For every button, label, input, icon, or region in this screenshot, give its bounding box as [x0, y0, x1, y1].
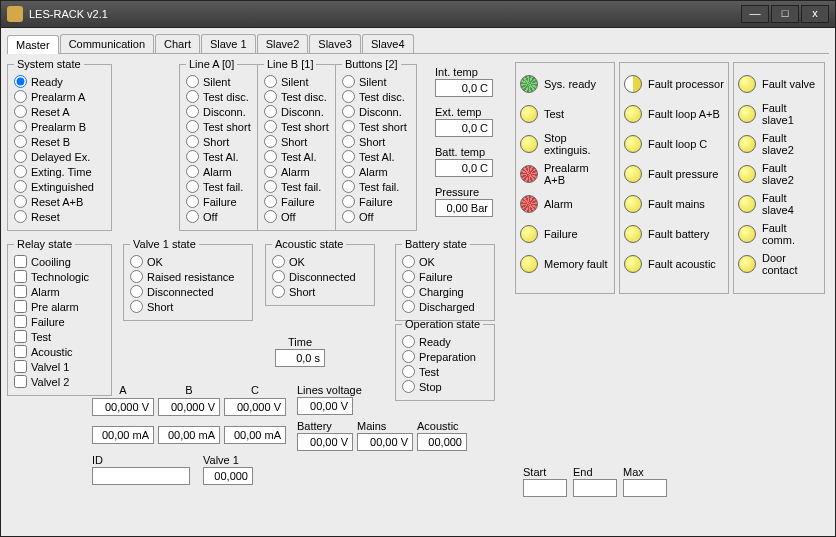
line-b-option[interactable]: Failure: [264, 194, 329, 209]
buttons-option[interactable]: Failure: [342, 194, 410, 209]
tab-slave3[interactable]: Slave3: [309, 34, 361, 53]
buttons-option[interactable]: Disconn.: [342, 104, 410, 119]
line-a-option[interactable]: Test disc.: [186, 89, 251, 104]
led-icon: [624, 105, 642, 123]
indicator-col-3: Fault valveFault slave1Fault slave2Fault…: [733, 62, 825, 294]
relay-option[interactable]: Pre alarm: [14, 299, 105, 314]
indicator: Fault processor: [624, 69, 724, 99]
line-b-option[interactable]: Test short: [264, 119, 329, 134]
line-b-option[interactable]: Short: [264, 134, 329, 149]
line-a-option[interactable]: Alarm: [186, 164, 251, 179]
line-b-option[interactable]: Test disc.: [264, 89, 329, 104]
indicator: Fault slave1: [738, 99, 820, 129]
valve1-val-value: 00,000: [203, 467, 253, 485]
line-a-option[interactable]: Off: [186, 209, 251, 224]
tab-master[interactable]: Master: [7, 35, 59, 54]
system-state-option[interactable]: Delayed Ex.: [14, 149, 105, 164]
system-state-option[interactable]: Prealarm A: [14, 89, 105, 104]
buttons-option[interactable]: Test short: [342, 119, 410, 134]
system-state-option[interactable]: Exting. Time: [14, 164, 105, 179]
system-state-option[interactable]: Reset A+B: [14, 194, 105, 209]
line-a-option[interactable]: Disconn.: [186, 104, 251, 119]
valve1-option[interactable]: Short: [130, 299, 246, 314]
relay-option[interactable]: Test: [14, 329, 105, 344]
battery-option[interactable]: Discharged: [402, 299, 488, 314]
tab-slave4[interactable]: Slave4: [362, 34, 414, 53]
system-state-option[interactable]: Reset: [14, 209, 105, 224]
ext-temp-value: 0,0 C: [435, 119, 493, 137]
int-temp-value: 0,0 C: [435, 79, 493, 97]
line-a-option[interactable]: Silent: [186, 74, 251, 89]
buttons-option[interactable]: Silent: [342, 74, 410, 89]
minimize-button[interactable]: —: [741, 5, 769, 23]
relay-option[interactable]: Valvel 1: [14, 359, 105, 374]
acoustic-option[interactable]: Disconnected: [272, 269, 368, 284]
buttons-group: Buttons [2] SilentTest disc.Disconn.Test…: [335, 58, 417, 231]
line-b-option[interactable]: Off: [264, 209, 329, 224]
system-state-option[interactable]: Reset A: [14, 104, 105, 119]
buttons-legend: Buttons [2]: [342, 58, 401, 70]
tab-chart[interactable]: Chart: [155, 34, 200, 53]
battery-option[interactable]: OK: [402, 254, 488, 269]
line-b-option[interactable]: Disconn.: [264, 104, 329, 119]
system-state-legend: System state: [14, 58, 84, 70]
line-a-option[interactable]: Test short: [186, 119, 251, 134]
relay-option[interactable]: Acoustic: [14, 344, 105, 359]
operation-option[interactable]: Test: [402, 364, 488, 379]
line-a-option[interactable]: Failure: [186, 194, 251, 209]
acoustic-option[interactable]: Short: [272, 284, 368, 299]
buttons-option[interactable]: Short: [342, 134, 410, 149]
buttons-option[interactable]: Test fail.: [342, 179, 410, 194]
line-a-option[interactable]: Test Al.: [186, 149, 251, 164]
end-input[interactable]: [573, 479, 617, 497]
acoustic-option[interactable]: OK: [272, 254, 368, 269]
relay-option[interactable]: Failure: [14, 314, 105, 329]
line-b-option[interactable]: Test fail.: [264, 179, 329, 194]
system-state-option[interactable]: Prealarm B: [14, 119, 105, 134]
buttons-option[interactable]: Alarm: [342, 164, 410, 179]
relay-option[interactable]: Cooiling: [14, 254, 105, 269]
battery-option[interactable]: Charging: [402, 284, 488, 299]
start-label: Start: [523, 466, 567, 478]
valve1-option[interactable]: Disconnected: [130, 284, 246, 299]
buttons-option[interactable]: Test disc.: [342, 89, 410, 104]
line-a-option[interactable]: Test fail.: [186, 179, 251, 194]
tab-slave1[interactable]: Slave 1: [201, 34, 256, 53]
operation-option[interactable]: Ready: [402, 334, 488, 349]
volt-c: 00,000 V: [224, 398, 286, 416]
lines-voltage-value: 00,00 V: [297, 397, 353, 415]
close-button[interactable]: x: [801, 5, 829, 23]
volt-a: 00,000 V: [92, 398, 154, 416]
line-b-option[interactable]: Silent: [264, 74, 329, 89]
id-input[interactable]: [92, 467, 190, 485]
system-state-option[interactable]: Extinguished: [14, 179, 105, 194]
buttons-option[interactable]: Off: [342, 209, 410, 224]
indicator: Fault battery: [624, 219, 724, 249]
system-state-option[interactable]: Reset B: [14, 134, 105, 149]
indicator: Failure: [520, 219, 610, 249]
line-a-option[interactable]: Short: [186, 134, 251, 149]
battery-option[interactable]: Failure: [402, 269, 488, 284]
amp-c: 00,00 mA: [224, 426, 286, 444]
relay-option[interactable]: Alarm: [14, 284, 105, 299]
system-state-option[interactable]: Ready: [14, 74, 105, 89]
mains-volt-label: Mains: [357, 420, 413, 432]
line-b-option[interactable]: Test Al.: [264, 149, 329, 164]
valve1-option[interactable]: Raised resistance: [130, 269, 246, 284]
relay-option[interactable]: Technologic: [14, 269, 105, 284]
indicator-col-2: Fault processorFault loop A+BFault loop …: [619, 62, 729, 294]
battery-volt-label: Battery: [297, 420, 353, 432]
time-value: 0,0 s: [275, 349, 325, 367]
tab-slave2[interactable]: Slave2: [257, 34, 309, 53]
operation-option[interactable]: Preparation: [402, 349, 488, 364]
operation-option[interactable]: Stop: [402, 379, 488, 394]
max-input[interactable]: [623, 479, 667, 497]
start-input[interactable]: [523, 479, 567, 497]
system-state-group: System state ReadyPrealarm AReset APreal…: [7, 58, 112, 231]
tab-communication[interactable]: Communication: [60, 34, 154, 53]
maximize-button[interactable]: □: [771, 5, 799, 23]
line-b-option[interactable]: Alarm: [264, 164, 329, 179]
valve1-option[interactable]: OK: [130, 254, 246, 269]
buttons-option[interactable]: Test Al.: [342, 149, 410, 164]
led-icon: [624, 225, 642, 243]
